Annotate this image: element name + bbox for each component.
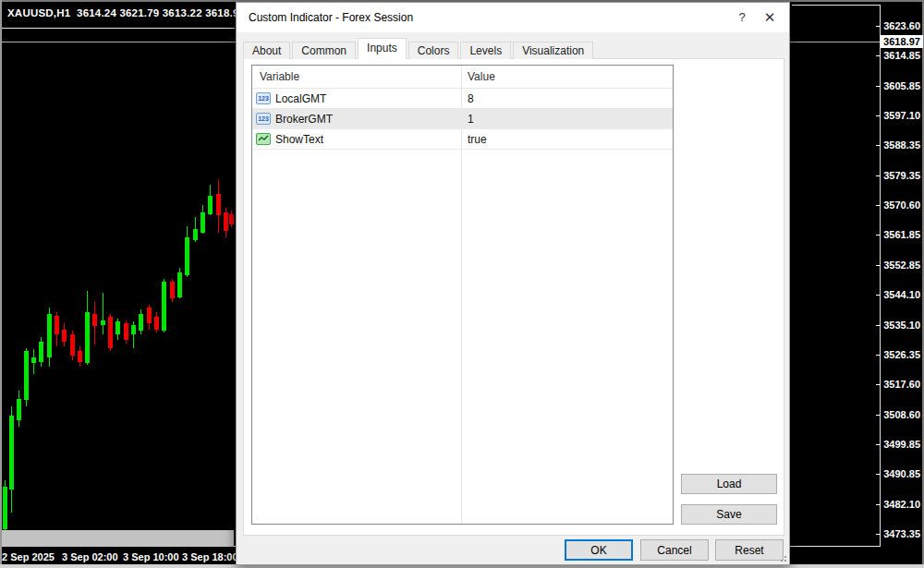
bull-candle [17, 399, 21, 420]
parameter-value[interactable]: 8 [468, 92, 474, 105]
tab-levels[interactable]: Levels [460, 42, 511, 59]
bull-candle [185, 237, 189, 275]
price-tick [876, 26, 881, 27]
price-label: 3561.85 [883, 229, 920, 240]
price-label: 3508.60 [883, 409, 920, 420]
terminal-window: XAUUSD,H1 3614.24 3621.79 3613.22 3618.9… [0, 0, 924, 568]
price-label: 3490.85 [883, 468, 920, 479]
table-row[interactable]: ShowTexttrue [252, 129, 673, 150]
parameter-name: LocalGMT [275, 92, 326, 105]
time-label: 3 Sep 10:00 [123, 551, 179, 562]
forex-session-band [2, 530, 234, 547]
bear-candle [62, 330, 67, 342]
bull-candle [162, 282, 166, 331]
price-tick [876, 384, 881, 385]
bull-candle [101, 320, 105, 325]
bull-candle [139, 314, 143, 331]
price-label: 3499.85 [883, 439, 920, 450]
dialog-title: Custom Indicator - Forex Session [249, 11, 413, 24]
price-label: 3552.85 [883, 260, 920, 271]
parameter-value[interactable]: 1 [468, 113, 474, 126]
inputs-table[interactable]: Variable Value 123LocalGMT8123BrokerGMT1… [251, 65, 674, 525]
price-label: 3473.35 [883, 528, 920, 539]
chart-top-border-right [792, 5, 880, 6]
price-label: 3588.35 [883, 139, 920, 151]
bear-candle [224, 212, 228, 231]
price-tick [876, 415, 881, 416]
price-tick [876, 145, 881, 146]
indicator-properties-dialog: Custom Indicator - Forex Session ? ✕ Abo… [236, 2, 790, 565]
parameter-name: ShowText [275, 133, 323, 146]
cancel-button[interactable]: Cancel [640, 539, 709, 561]
price-tick [876, 325, 881, 326]
price-label: 3623.60 [883, 20, 920, 31]
tab-visualization[interactable]: Visualization [513, 42, 593, 59]
ok-button[interactable]: OK [565, 539, 633, 561]
bear-candle [70, 334, 75, 356]
price-tick [876, 474, 881, 475]
window-border-left [0, 0, 2, 568]
dialog-titlebar[interactable]: Custom Indicator - Forex Session ? ✕ [237, 3, 789, 32]
chart-symbol-ohlc-label: XAUUSD,H1 3614.24 3621.79 3613.22 3618.9… [7, 7, 245, 18]
bull-candle [208, 196, 213, 214]
bull-candle [31, 357, 36, 363]
column-header-variable: Variable [260, 66, 299, 88]
table-row[interactable]: 123BrokerGMT1 [252, 109, 673, 129]
price-tick [876, 55, 881, 56]
price-tick [876, 355, 881, 356]
bear-candle [170, 282, 175, 298]
load-button[interactable]: Load [681, 474, 777, 494]
price-tick [876, 265, 881, 266]
price-label: 3526.35 [883, 349, 920, 360]
tab-common[interactable]: Common [292, 42, 356, 59]
price-label: 3614.85 [883, 50, 920, 61]
close-icon[interactable]: ✕ [756, 4, 784, 31]
bear-candle [78, 351, 82, 362]
bull-candle [47, 314, 52, 357]
price-label: 3570.60 [883, 199, 920, 211]
bull-candle [131, 325, 136, 334]
current-price-tag: 3618.97 [881, 35, 923, 48]
price-tick [876, 86, 881, 87]
tab-about[interactable]: About [243, 42, 290, 59]
resize-grip[interactable] [779, 554, 786, 562]
bull-candle [177, 272, 182, 297]
parameter-value[interactable]: true [468, 133, 487, 146]
save-button[interactable]: Save [681, 504, 777, 525]
bear-candle [124, 323, 128, 340]
price-tick [876, 504, 881, 505]
bear-candle [55, 316, 59, 334]
parameter-name: BrokerGMT [275, 113, 333, 126]
reset-button[interactable]: Reset [715, 539, 784, 561]
table-row[interactable]: 123LocalGMT8 [252, 89, 673, 109]
bear-candle [154, 317, 159, 330]
numeric-123-icon: 123 [256, 92, 271, 104]
bear-candle [147, 308, 152, 323]
price-tick [876, 175, 881, 176]
bull-candle [201, 212, 205, 233]
help-icon[interactable]: ? [728, 4, 756, 31]
dialog-tabstrip: AboutCommonInputsColorsLevelsVisualizati… [243, 40, 783, 59]
bear-candle [216, 194, 221, 215]
column-header-value: Value [468, 66, 495, 88]
bull-candle [3, 487, 7, 529]
price-tick [876, 534, 881, 535]
tab-inputs[interactable]: Inputs [358, 38, 407, 59]
table-header: Variable Value [252, 66, 673, 89]
bear-candle [92, 314, 97, 326]
tab-colors[interactable]: Colors [408, 42, 459, 59]
bull-candle [116, 321, 120, 334]
price-label: 3517.60 [883, 379, 920, 390]
price-label: 3482.10 [883, 499, 920, 510]
price-label: 3597.10 [883, 110, 920, 121]
price-tick [876, 444, 881, 445]
bear-candle [108, 317, 113, 348]
price-tick [876, 295, 881, 296]
bull-candle [193, 229, 198, 240]
bear-candle [229, 214, 234, 224]
time-label: 3 Sep 02:00 [62, 551, 118, 562]
numeric-123-icon: 123 [256, 113, 271, 125]
time-label: 3 Sep 18:00 [182, 551, 238, 562]
bull-candle [9, 416, 14, 489]
price-label: 3535.10 [883, 320, 920, 331]
